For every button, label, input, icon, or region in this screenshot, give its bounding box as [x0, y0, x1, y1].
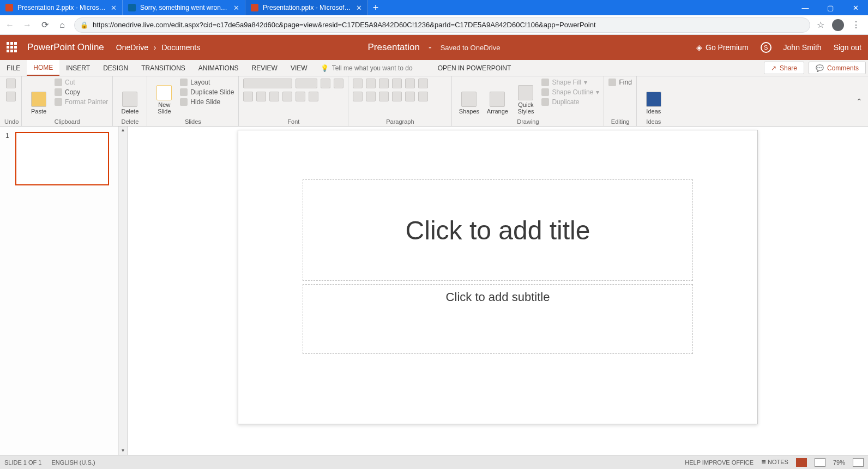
ltr-icon[interactable] [405, 92, 415, 101]
open-in-powerpoint-button[interactable]: OPEN IN POWERPOINT [431, 60, 518, 76]
fit-to-window-icon[interactable] [853, 458, 864, 467]
underline-icon[interactable] [269, 92, 279, 101]
justify-icon[interactable] [392, 92, 402, 101]
share-button[interactable]: ↗ Share [764, 62, 804, 74]
strikethrough-icon[interactable] [282, 92, 292, 101]
normal-view-icon[interactable] [796, 458, 807, 467]
format-painter-button[interactable]: Format Painter [55, 98, 108, 106]
copy-button[interactable]: Copy [55, 88, 108, 96]
tell-me-input[interactable] [332, 64, 425, 72]
home-button[interactable]: ⌂ [57, 20, 68, 30]
app-name[interactable]: PowerPoint Online [27, 42, 104, 53]
user-name[interactable]: John Smith [783, 43, 822, 52]
delete-button[interactable]: Delete [117, 79, 142, 115]
italic-icon[interactable] [256, 92, 266, 101]
crumb-onedrive[interactable]: OneDrive [116, 43, 148, 52]
decrease-indent-icon[interactable] [379, 79, 389, 88]
tab-view[interactable]: VIEW [284, 60, 314, 76]
align-center-icon[interactable] [366, 92, 376, 101]
increase-indent-icon[interactable] [392, 79, 402, 88]
new-slide-label: New Slide [152, 101, 177, 115]
close-icon[interactable]: ✕ [233, 4, 239, 12]
shape-fill-button[interactable]: Shape Fill▾ [541, 79, 599, 86]
browser-tab[interactable]: Sorry, something went wrong - O ✕ [123, 0, 245, 15]
rtl-icon[interactable] [418, 92, 428, 101]
collapse-ribbon-button[interactable]: ⌃ [851, 97, 868, 106]
tab-design[interactable]: DESIGN [97, 60, 135, 76]
align-right-icon[interactable] [379, 92, 389, 101]
scroll-down-icon[interactable]: ▾ [119, 447, 127, 455]
bold-icon[interactable] [243, 92, 253, 101]
crumb-documents[interactable]: Documents [161, 43, 200, 52]
grow-font-icon[interactable] [321, 79, 330, 88]
tell-me-search[interactable]: 💡 [314, 60, 431, 76]
slide-canvas-area[interactable]: Click to add title Click to add subtitle [128, 127, 868, 455]
tab-transitions[interactable]: TRANSITIONS [135, 60, 192, 76]
shrink-font-icon[interactable] [334, 79, 343, 88]
document-title[interactable]: Presentation [368, 42, 420, 53]
shape-outline-button[interactable]: Shape Outline▾ [541, 88, 599, 96]
shape-outline-label: Shape Outline [552, 88, 593, 96]
arrange-button[interactable]: Arrange [485, 79, 510, 115]
tab-review[interactable]: REVIEW [245, 60, 284, 76]
help-improve-link[interactable]: HELP IMPROVE OFFICE [685, 459, 754, 466]
redo-icon[interactable] [6, 92, 16, 101]
tab-insert[interactable]: INSERT [59, 60, 97, 76]
star-icon[interactable]: ☆ [817, 20, 824, 30]
font-color-icon[interactable] [296, 92, 305, 101]
new-slide-button[interactable]: New Slide [152, 79, 177, 115]
slide[interactable]: Click to add title Click to add subtitle [238, 130, 758, 424]
line-spacing-icon[interactable] [405, 79, 415, 88]
slide-count[interactable]: SLIDE 1 OF 1 [4, 459, 41, 466]
slide-thumbnail[interactable] [15, 132, 109, 185]
sign-out-link[interactable]: Sign out [834, 43, 861, 52]
paste-button[interactable]: Paste [26, 79, 51, 115]
ideas-button[interactable]: Ideas [641, 79, 666, 115]
tab-home[interactable]: HOME [27, 60, 59, 76]
align-left-icon[interactable] [353, 92, 363, 101]
language-status[interactable]: ENGLISH (U.S.) [51, 459, 95, 466]
comments-button[interactable]: 💬 Comments [809, 62, 866, 74]
new-tab-button[interactable]: + [368, 0, 383, 15]
find-button[interactable]: Find [608, 79, 631, 86]
browser-tab-active[interactable]: Presentation.pptx - Microsoft Po ✕ [245, 0, 368, 15]
close-icon[interactable]: ✕ [356, 4, 362, 12]
tab-file[interactable]: FILE [0, 60, 27, 76]
address-bar[interactable]: 🔒 https://onedrive.live.com/edit.aspx?ci… [74, 17, 810, 33]
browser-tab[interactable]: Presentation 2.pptx - Microsoft P ✕ [0, 0, 123, 15]
numbering-icon[interactable] [366, 79, 376, 88]
go-premium-button[interactable]: ◈ Go Premium [696, 43, 749, 52]
shapes-button[interactable]: Shapes [456, 79, 481, 115]
subtitle-placeholder[interactable]: Click to add subtitle [303, 284, 693, 354]
highlight-icon[interactable] [309, 92, 318, 101]
app-launcher-icon[interactable] [7, 42, 17, 53]
font-name-dropdown[interactable] [243, 79, 292, 88]
text-direction-icon[interactable] [418, 79, 428, 88]
maximize-button[interactable]: ▢ [818, 0, 843, 15]
thumbnail-scrollbar[interactable]: ▴ ▾ [118, 127, 127, 455]
scroll-up-icon[interactable]: ▴ [119, 127, 127, 134]
duplicate-button[interactable]: Duplicate [541, 98, 599, 106]
close-window-button[interactable]: ✕ [843, 0, 868, 15]
close-icon[interactable]: ✕ [111, 4, 117, 12]
undo-icon[interactable] [6, 79, 16, 88]
profile-icon[interactable] [832, 19, 844, 31]
cut-button[interactable]: Cut [55, 79, 108, 86]
quick-styles-button[interactable]: Quick Styles [513, 79, 538, 115]
menu-icon[interactable]: ⋮ [852, 20, 860, 30]
back-button[interactable]: ← [4, 20, 15, 30]
forward-button[interactable]: → [22, 20, 33, 30]
duplicate-slide-button[interactable]: Duplicate Slide [180, 88, 234, 96]
hide-slide-button[interactable]: Hide Slide [180, 98, 234, 106]
minimize-button[interactable]: — [793, 0, 818, 15]
skype-icon[interactable]: S [761, 42, 771, 53]
tab-animations[interactable]: ANIMATIONS [192, 60, 245, 76]
title-placeholder[interactable]: Click to add title [303, 179, 693, 281]
slideshow-view-icon[interactable] [815, 458, 825, 467]
font-size-dropdown[interactable] [296, 79, 317, 88]
zoom-level[interactable]: 79% [833, 459, 845, 466]
notes-button[interactable]: ≣ NOTES [761, 459, 788, 466]
bullets-icon[interactable] [353, 79, 363, 88]
reload-button[interactable]: ⟳ [39, 20, 50, 30]
layout-button[interactable]: Layout [180, 79, 234, 86]
